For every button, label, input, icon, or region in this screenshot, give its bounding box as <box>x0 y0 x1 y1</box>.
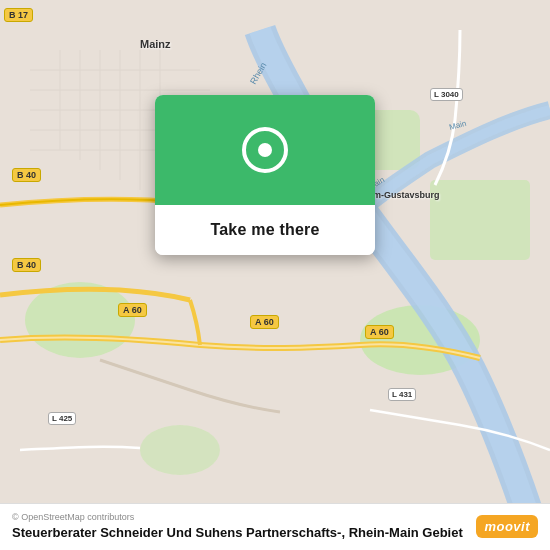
city-label-mainz: Mainz <box>140 38 171 50</box>
popup-green-area <box>155 95 375 205</box>
road-label-b40a: B 40 <box>12 168 41 182</box>
road-label-a60a: A 60 <box>118 303 147 317</box>
take-me-there-button[interactable]: Take me there <box>200 217 329 243</box>
map-background: Rhein Rhein Main Main <box>0 0 550 550</box>
road-label-a60c: A 60 <box>365 325 394 339</box>
road-label-b40b: B 40 <box>12 258 41 272</box>
map-container: Rhein Rhein Main Main Mainz Ginsheim-Gus… <box>0 0 550 550</box>
road-label-l425: L 425 <box>48 412 76 425</box>
pin-dot <box>258 143 272 157</box>
moovit-logo: moovit <box>476 515 538 538</box>
popup-card: Take me there <box>155 95 375 255</box>
road-label-b17: B 17 <box>4 8 33 22</box>
road-label-l431: L 431 <box>388 388 416 401</box>
road-label-l3040: L 3040 <box>430 88 463 101</box>
place-name: Steuerberater Schneider Und Suhens Partn… <box>12 525 538 542</box>
svg-point-4 <box>140 425 220 475</box>
osm-attribution: © OpenStreetMap contributors <box>12 512 538 522</box>
svg-rect-5 <box>430 180 530 260</box>
road-label-a60b: A 60 <box>250 315 279 329</box>
location-pin-icon <box>242 127 288 173</box>
bottom-bar: © OpenStreetMap contributors Steuerberat… <box>0 503 550 550</box>
moovit-logo-text: moovit <box>484 519 530 534</box>
popup-button-area: Take me there <box>155 205 375 255</box>
